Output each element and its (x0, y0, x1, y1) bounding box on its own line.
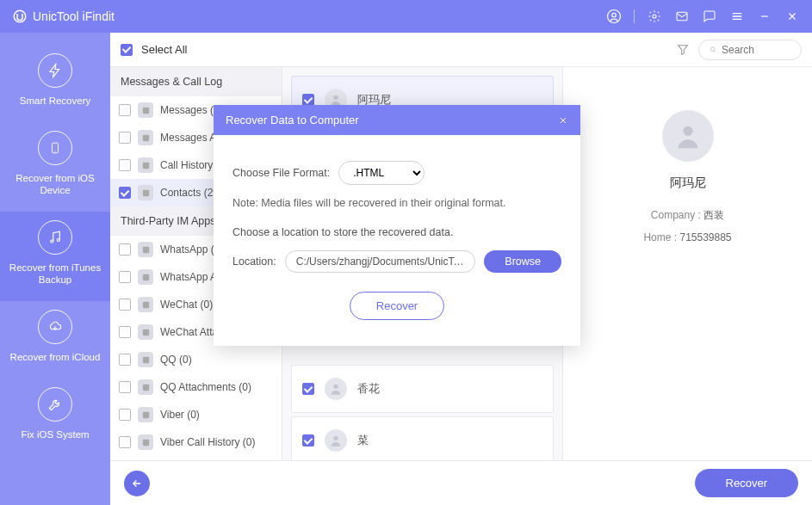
row-checkbox[interactable] (119, 354, 131, 366)
svg-point-1 (608, 10, 621, 23)
category-icon (138, 242, 153, 257)
filter-icon[interactable] (676, 43, 690, 57)
svg-point-7 (57, 239, 59, 242)
recover-modal: Recover Data to Computer Choose File For… (214, 105, 580, 346)
nav-fix-ios[interactable]: Fix iOS System (0, 379, 110, 456)
close-icon[interactable] (784, 9, 800, 24)
location-field[interactable]: C:/Users/zhangj/Documents/UnicTo... (285, 250, 476, 273)
location-label: Location: (232, 256, 276, 268)
lightning-icon (38, 53, 72, 88)
item-checkbox[interactable] (302, 94, 314, 106)
svg-rect-20 (142, 439, 148, 445)
row-checkbox[interactable] (119, 159, 131, 171)
category-icon (138, 269, 153, 285)
row-checkbox[interactable] (119, 326, 131, 338)
category-label: QQ Attachments (0) (160, 381, 273, 393)
nav-label: Recover from iTunes Backup (5, 262, 105, 286)
nav-recover-ios[interactable]: Recover from iOS Device (0, 122, 110, 212)
nav-label: Recover from iCloud (5, 351, 105, 363)
menu-icon[interactable] (729, 9, 745, 24)
row-checkbox[interactable] (119, 299, 131, 311)
category-icon (138, 157, 153, 173)
nav-smart-recovery[interactable]: Smart Recovery (0, 45, 110, 122)
row-checkbox[interactable] (119, 104, 131, 116)
nav-label: Fix iOS System (5, 428, 105, 440)
svg-point-2 (612, 13, 617, 17)
category-row[interactable]: QQ (0) (110, 346, 282, 373)
row-checkbox[interactable] (119, 381, 131, 393)
row-checkbox[interactable] (119, 132, 131, 144)
nav-recover-icloud[interactable]: Recover from iCloud (0, 301, 110, 379)
svg-rect-15 (142, 301, 148, 307)
location-prompt: Choose a location to store the recovered… (232, 226, 561, 238)
category-label: Viber (0) (160, 409, 273, 421)
category-icon (138, 185, 153, 200)
category-row[interactable]: QQ Attachments (0) (110, 373, 282, 401)
left-nav: Smart Recovery Recover from iOS Device R… (0, 33, 110, 505)
category-icon (138, 324, 153, 340)
contact-name: 阿玛尼 (579, 176, 797, 191)
row-checkbox[interactable] (119, 271, 131, 283)
category-icon (138, 379, 153, 395)
gear-icon[interactable] (647, 9, 662, 24)
row-checkbox[interactable] (119, 243, 131, 256)
row-checkbox[interactable] (119, 187, 131, 199)
music-icon (38, 220, 72, 255)
item-name: 菜 (357, 433, 369, 448)
avatar-icon (325, 429, 347, 452)
category-icon (138, 407, 153, 422)
minimize-icon[interactable] (757, 9, 772, 24)
svg-rect-16 (142, 329, 148, 335)
mail-icon[interactable] (674, 9, 690, 24)
modal-header: Recover Data to Computer (214, 105, 580, 135)
svg-point-3 (653, 15, 656, 18)
item-checkbox[interactable] (302, 434, 314, 446)
user-icon[interactable] (606, 9, 622, 24)
category-icon (138, 434, 153, 450)
category-icon (138, 130, 153, 145)
home-field: Home : 715539885 (579, 231, 797, 243)
search-input[interactable] (722, 44, 790, 56)
svg-point-28 (683, 126, 692, 136)
browse-button[interactable]: Browse (484, 250, 561, 273)
detail-panel: 阿玛尼 Company : 西装 Home : 715539885 (562, 67, 812, 460)
company-field: Company : 西装 (579, 208, 797, 223)
format-label: Choose File Format: (232, 167, 330, 179)
svg-rect-13 (142, 246, 148, 252)
category-label: QQ (0) (160, 354, 273, 366)
nav-label: Smart Recovery (5, 95, 105, 107)
row-checkbox[interactable] (119, 409, 131, 421)
wrench-icon (38, 387, 72, 422)
avatar-icon (325, 378, 347, 400)
footer: Recover (110, 460, 812, 505)
recover-button[interactable]: Recover (695, 469, 798, 497)
svg-rect-18 (142, 384, 148, 390)
select-all-label: Select All (141, 43, 187, 56)
svg-rect-12 (142, 189, 148, 195)
feedback-icon[interactable] (702, 9, 717, 24)
list-item[interactable]: 香花 (291, 365, 554, 413)
cloud-icon (38, 310, 72, 344)
search-box[interactable] (698, 40, 802, 60)
search-icon (710, 44, 716, 55)
category-row[interactable]: Viber (0) (110, 401, 282, 428)
svg-rect-9 (142, 107, 148, 113)
close-icon[interactable] (558, 115, 568, 126)
select-all-checkbox[interactable] (121, 44, 133, 56)
avatar-icon (662, 110, 714, 162)
list-item[interactable]: 菜 (291, 416, 554, 460)
category-row[interactable]: Viber Call History (0) (110, 428, 282, 456)
item-checkbox[interactable] (302, 383, 314, 395)
titlebar: UnicTool iFindit (0, 0, 812, 33)
modal-recover-button[interactable]: Recover (350, 292, 444, 320)
format-select[interactable]: .HTML (338, 161, 425, 185)
app-logo: UnicTool iFindit (12, 9, 115, 24)
modal-note: Note: Media files will be recovered in t… (232, 197, 561, 209)
modal-title: Recover Data to Computer (226, 114, 359, 126)
svg-rect-10 (142, 134, 148, 140)
back-button[interactable] (124, 471, 150, 496)
svg-rect-17 (142, 356, 148, 362)
nav-recover-itunes[interactable]: Recover from iTunes Backup (0, 212, 110, 301)
row-checkbox[interactable] (119, 436, 131, 448)
phone-icon (38, 131, 72, 165)
